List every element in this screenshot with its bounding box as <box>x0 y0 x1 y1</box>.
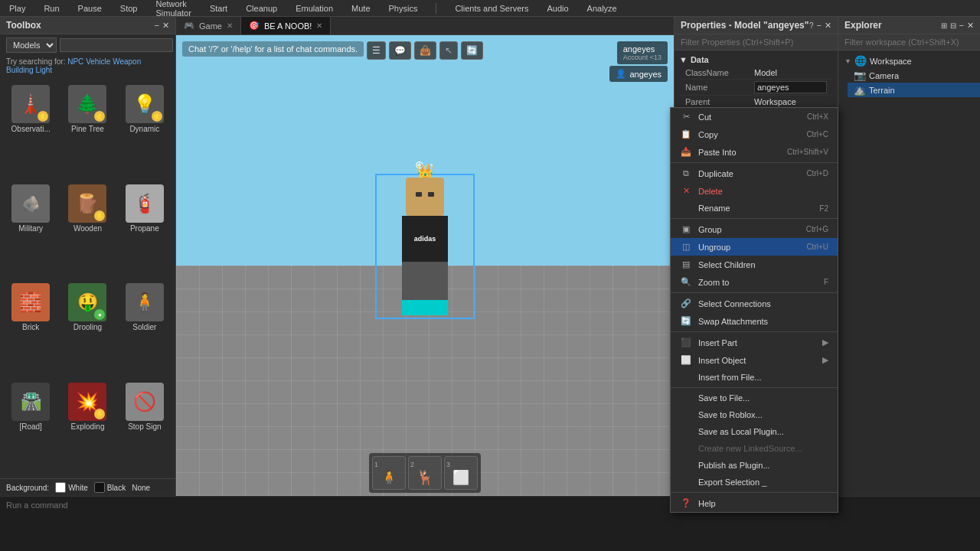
suggestion-building[interactable]: Building <box>6 66 34 74</box>
menu-run[interactable]: Run <box>41 2 62 15</box>
toolbox-item-soldier[interactable]: 🧍 Soldier <box>117 279 172 377</box>
viewport-chat-button[interactable]: 💬 <box>389 41 411 60</box>
ctx-paste-shortcut: Ctrl+Shift+V <box>787 148 828 156</box>
toolbox-search-input[interactable] <box>60 38 173 52</box>
explorer-search-input[interactable] <box>838 34 980 51</box>
tab-game[interactable]: 🎮 Game ✕ <box>176 17 241 34</box>
help-icon: ❓ <box>680 498 692 508</box>
tree-item-terrain[interactable]: ⛰️ Terrain <box>848 83 980 97</box>
ctx-group[interactable]: ▣ Group Ctrl+G <box>671 220 838 238</box>
menu-physics[interactable]: Physics <box>386 2 421 15</box>
toolbox-item-road[interactable]: 🛣️ [Road] <box>3 378 58 476</box>
viewport-menu-button[interactable]: ☰ <box>367 41 386 60</box>
explorer-icon-1[interactable]: ⊞ <box>941 21 947 31</box>
menu-start[interactable]: Start <box>207 2 230 15</box>
ctx-duplicate[interactable]: ⧉ Duplicate Ctrl+D <box>671 165 838 182</box>
suggestion-light[interactable]: Light <box>35 66 52 74</box>
menu-pause[interactable]: Pause <box>75 2 105 15</box>
explorer-icon-2[interactable]: ⊟ <box>950 21 956 31</box>
ctx-copy[interactable]: 📋 Copy Ctrl+C <box>671 126 838 143</box>
tab-beanoob[interactable]: 🎯 BE A NOOB! ✕ <box>241 17 331 34</box>
viewport-bag-button[interactable]: 👜 <box>414 41 436 60</box>
ctx-zoom-to[interactable]: 🔍 Zoom to F <box>671 273 838 291</box>
explorer-minimize[interactable]: − <box>959 21 964 31</box>
properties-minimize[interactable]: − <box>817 21 822 31</box>
explorer-close[interactable]: ✕ <box>967 21 974 31</box>
toolbox-thumb-military: 🪨 <box>11 184 50 223</box>
hotbar-slot-2[interactable]: 2 🦌 <box>408 456 442 490</box>
menu-cleanup[interactable]: Cleanup <box>243 2 280 15</box>
toolbox-item-exploding[interactable]: 💥 ⭐ Exploding <box>60 378 115 476</box>
ctx-save-as-local-plugin[interactable]: Save as Local Plugin... <box>671 423 838 440</box>
menu-stop[interactable]: Stop <box>117 2 141 15</box>
ctx-paste-into[interactable]: 📥 Paste Into Ctrl+Shift+V <box>671 143 838 161</box>
toolbox-name: Dynamic <box>129 125 159 133</box>
ctx-publish-as-plugin[interactable]: Publish as Plugin... <box>671 457 838 474</box>
game-viewport: Chat '/?' or '/help' for a list of chat … <box>176 35 674 496</box>
prop-value-name[interactable]: angeyes <box>754 81 827 93</box>
prop-row-name[interactable]: Name angeyes <box>679 80 833 96</box>
toolbox-badge: ⭐ <box>152 111 162 122</box>
tab-beanoob-close[interactable]: ✕ <box>316 21 322 30</box>
ctx-insert-part[interactable]: ⬛ Insert Part ▶ <box>671 334 838 351</box>
toolbox-category-select[interactable]: Models <box>6 37 57 53</box>
viewport-cursor-button[interactable]: ↖ <box>439 41 458 60</box>
toolbox-item-brick[interactable]: 🧱 Brick <box>3 279 58 377</box>
menu-clients-servers[interactable]: Clients and Servers <box>452 2 531 15</box>
menu-audio[interactable]: Audio <box>544 2 571 15</box>
hotbar-num-2: 2 <box>409 460 416 469</box>
ctx-insert-from-file[interactable]: Insert from File... <box>671 369 838 386</box>
toolbox-item-propane[interactable]: 🧯 Propane <box>117 180 172 278</box>
tree-item-camera[interactable]: 📷 Camera <box>848 68 980 83</box>
hotbar-slot-3[interactable]: 3 ⬜ <box>444 456 478 490</box>
bg-option-white[interactable]: White <box>55 482 88 493</box>
ctx-export-selection[interactable]: Export Selection _ <box>671 474 838 491</box>
properties-help[interactable]: ? <box>809 21 814 31</box>
tab-game-close[interactable]: ✕ <box>227 21 233 30</box>
toolbox-minimize[interactable]: − <box>155 21 159 31</box>
toolbox-thumb-stop-sign: 🚫 <box>126 383 164 421</box>
ctx-cut[interactable]: ✂ Cut Ctrl+X <box>671 108 838 126</box>
toolbox-item-wooden[interactable]: 🪵 ⭐ Wooden <box>60 180 115 278</box>
ctx-save-to-roblox-label: Save to Roblox... <box>698 410 828 419</box>
ctx-insert-part-arrow: ▶ <box>822 337 828 347</box>
menu-play[interactable]: Play <box>6 2 28 15</box>
ctx-delete[interactable]: ✕ Delete <box>671 182 838 200</box>
ctx-swap-attachments[interactable]: 🔄 Swap Attachments <box>671 312 838 330</box>
ctx-ungroup[interactable]: ◫ Ungroup Ctrl+U <box>671 238 838 256</box>
explorer-tree: ▼ 🌐 Workspace 📷 Camera ⛰️ Terrain <box>838 51 980 496</box>
toolbox-item-pine-tree[interactable]: 🌲 ⭐ Pine Tree <box>60 80 115 178</box>
ctx-help[interactable]: ❓ Help <box>671 494 838 512</box>
suggestion-vehicle[interactable]: Vehicle <box>86 57 110 66</box>
ctx-select-children[interactable]: ▤ Select Children <box>671 256 838 273</box>
viewport-refresh-button[interactable]: 🔄 <box>461 41 483 60</box>
ctx-swap-attachments-label: Swap Attachments <box>698 317 822 326</box>
toolbox-item-dynamic[interactable]: 💡 ⭐ Dynamic <box>117 80 172 178</box>
menu-analyze[interactable]: Analyze <box>584 2 620 15</box>
menu-emulation[interactable]: Emulation <box>292 2 336 15</box>
toolbox-close[interactable]: ✕ <box>162 21 169 31</box>
toolbox-item-military[interactable]: 🪨 Military <box>3 180 58 278</box>
ctx-insert-object-arrow: ▶ <box>822 355 828 365</box>
properties-search-input[interactable] <box>675 34 838 51</box>
ctx-save-to-roblox[interactable]: Save to Roblox... <box>671 406 838 423</box>
toolbox-item-stop-sign[interactable]: 🚫 Stop Sign <box>117 378 172 476</box>
toolbox-item-drooling[interactable]: 🤑 ● Drooling <box>60 279 115 377</box>
suggestion-npc[interactable]: NPC <box>67 57 83 66</box>
ctx-rename[interactable]: Rename F2 <box>671 200 838 217</box>
data-section-header[interactable]: ▼ Data <box>679 53 833 67</box>
hotbar-slot-1[interactable]: 1 🧍 <box>372 456 406 490</box>
ctx-save-to-file[interactable]: Save to File... <box>671 390 838 406</box>
tree-item-workspace[interactable]: ▼ 🌐 Workspace <box>838 54 980 68</box>
ctx-select-connections[interactable]: 🔗 Select Connections <box>671 295 838 312</box>
ctx-publish-as-plugin-label: Publish as Plugin... <box>698 461 828 470</box>
bg-option-none[interactable]: None <box>132 484 150 492</box>
suggestion-weapon[interactable]: Weapon <box>113 57 141 66</box>
toolbox-item-observation[interactable]: 🗼 ⭐ Observati... <box>3 80 58 178</box>
properties-close[interactable]: ✕ <box>825 21 831 31</box>
ctx-insert-object[interactable]: ⬜ Insert Object ▶ <box>671 351 838 369</box>
bg-option-black[interactable]: Black <box>94 482 126 493</box>
menu-network-simulator[interactable]: NetworkSimulator <box>152 0 194 19</box>
menu-mute[interactable]: Mute <box>348 2 373 15</box>
prop-value-parent: Workspace <box>754 97 827 106</box>
